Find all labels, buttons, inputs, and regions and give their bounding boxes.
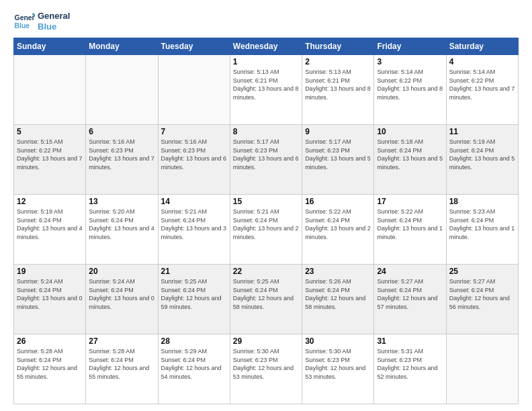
week-row-4: 19Sunrise: 5:24 AM Sunset: 6:24 PM Dayli…: [14, 265, 519, 334]
day-info: Sunrise: 5:26 AM Sunset: 6:24 PM Dayligh…: [305, 277, 371, 311]
calendar-cell: 17Sunrise: 5:22 AM Sunset: 6:24 PM Dayli…: [374, 195, 446, 265]
day-info: Sunrise: 5:27 AM Sunset: 6:24 PM Dayligh…: [377, 277, 443, 311]
day-info: Sunrise: 5:19 AM Sunset: 6:24 PM Dayligh…: [449, 138, 515, 171]
weekday-header-sunday: Sunday: [14, 38, 86, 55]
day-number: 7: [161, 127, 227, 136]
week-row-3: 12Sunrise: 5:19 AM Sunset: 6:24 PM Dayli…: [14, 195, 519, 265]
calendar-cell: 9Sunrise: 5:17 AM Sunset: 6:23 PM Daylig…: [302, 125, 374, 195]
calendar-cell: 5Sunrise: 5:15 AM Sunset: 6:22 PM Daylig…: [14, 125, 86, 195]
week-row-5: 26Sunrise: 5:28 AM Sunset: 6:24 PM Dayli…: [14, 334, 519, 404]
calendar-cell: 19Sunrise: 5:24 AM Sunset: 6:24 PM Dayli…: [14, 265, 86, 334]
day-number: 9: [305, 127, 371, 136]
day-number: 14: [161, 197, 227, 206]
day-number: 8: [233, 127, 299, 136]
day-number: 11: [449, 127, 515, 136]
day-number: 20: [89, 267, 154, 276]
calendar-cell: 31Sunrise: 5:31 AM Sunset: 6:23 PM Dayli…: [374, 334, 446, 404]
day-info: Sunrise: 5:16 AM Sunset: 6:23 PM Dayligh…: [161, 138, 227, 171]
calendar-cell: 8Sunrise: 5:17 AM Sunset: 6:23 PM Daylig…: [230, 125, 302, 195]
day-info: Sunrise: 5:17 AM Sunset: 6:23 PM Dayligh…: [233, 138, 299, 171]
calendar-cell: 25Sunrise: 5:27 AM Sunset: 6:24 PM Dayli…: [446, 265, 518, 334]
calendar-cell: 18Sunrise: 5:23 AM Sunset: 6:24 PM Dayli…: [446, 195, 518, 265]
day-info: Sunrise: 5:31 AM Sunset: 6:23 PM Dayligh…: [377, 347, 443, 381]
day-number: 29: [233, 336, 299, 346]
day-number: 6: [89, 127, 154, 136]
day-number: 19: [17, 267, 83, 276]
day-info: Sunrise: 5:24 AM Sunset: 6:24 PM Dayligh…: [17, 277, 83, 311]
day-info: Sunrise: 5:24 AM Sunset: 6:24 PM Dayligh…: [89, 277, 154, 311]
weekday-header-friday: Friday: [374, 38, 446, 55]
day-info: Sunrise: 5:22 AM Sunset: 6:24 PM Dayligh…: [377, 208, 443, 241]
weekday-header-saturday: Saturday: [446, 38, 518, 55]
day-number: 27: [89, 336, 154, 346]
week-row-2: 5Sunrise: 5:15 AM Sunset: 6:22 PM Daylig…: [14, 125, 519, 195]
svg-text:General: General: [15, 14, 35, 21]
day-number: 22: [233, 267, 299, 276]
day-info: Sunrise: 5:28 AM Sunset: 6:24 PM Dayligh…: [17, 347, 83, 381]
day-info: Sunrise: 5:14 AM Sunset: 6:22 PM Dayligh…: [449, 68, 515, 101]
calendar-cell: 12Sunrise: 5:19 AM Sunset: 6:24 PM Dayli…: [14, 195, 86, 265]
calendar-cell: 28Sunrise: 5:29 AM Sunset: 6:24 PM Dayli…: [158, 334, 230, 404]
calendar-cell: 3Sunrise: 5:14 AM Sunset: 6:22 PM Daylig…: [374, 55, 446, 125]
calendar-cell: 16Sunrise: 5:22 AM Sunset: 6:24 PM Dayli…: [302, 195, 374, 265]
calendar-cell: [86, 55, 158, 125]
day-info: Sunrise: 5:23 AM Sunset: 6:24 PM Dayligh…: [449, 208, 515, 241]
day-info: Sunrise: 5:28 AM Sunset: 6:24 PM Dayligh…: [89, 347, 154, 381]
logo: General Blue General Blue: [13, 11, 70, 32]
logo-text: General Blue: [38, 11, 70, 32]
day-number: 18: [449, 197, 515, 206]
calendar-cell: 22Sunrise: 5:25 AM Sunset: 6:24 PM Dayli…: [230, 265, 302, 334]
calendar-cell: 7Sunrise: 5:16 AM Sunset: 6:23 PM Daylig…: [158, 125, 230, 195]
calendar-cell: [158, 55, 230, 125]
svg-text:Blue: Blue: [15, 22, 30, 30]
day-number: 26: [17, 336, 83, 346]
calendar-cell: 2Sunrise: 5:13 AM Sunset: 6:21 PM Daylig…: [302, 55, 374, 125]
calendar-table: SundayMondayTuesdayWednesdayThursdayFrid…: [13, 38, 519, 404]
day-number: 24: [377, 267, 443, 276]
day-number: 5: [17, 127, 83, 136]
day-info: Sunrise: 5:15 AM Sunset: 6:22 PM Dayligh…: [17, 138, 83, 171]
day-info: Sunrise: 5:30 AM Sunset: 6:23 PM Dayligh…: [305, 347, 371, 381]
day-number: 3: [377, 57, 443, 66]
calendar-cell: 26Sunrise: 5:28 AM Sunset: 6:24 PM Dayli…: [14, 334, 86, 404]
day-info: Sunrise: 5:22 AM Sunset: 6:24 PM Dayligh…: [305, 208, 371, 241]
day-number: 25: [449, 267, 515, 276]
weekday-header-wednesday: Wednesday: [230, 38, 302, 55]
day-number: 1: [233, 57, 299, 66]
calendar-cell: 29Sunrise: 5:30 AM Sunset: 6:23 PM Dayli…: [230, 334, 302, 404]
day-info: Sunrise: 5:18 AM Sunset: 6:24 PM Dayligh…: [377, 138, 443, 171]
day-info: Sunrise: 5:21 AM Sunset: 6:24 PM Dayligh…: [161, 208, 227, 241]
day-info: Sunrise: 5:25 AM Sunset: 6:24 PM Dayligh…: [161, 277, 227, 311]
weekday-header-thursday: Thursday: [302, 38, 374, 55]
calendar-cell: 24Sunrise: 5:27 AM Sunset: 6:24 PM Dayli…: [374, 265, 446, 334]
day-info: Sunrise: 5:14 AM Sunset: 6:22 PM Dayligh…: [377, 68, 443, 101]
day-info: Sunrise: 5:21 AM Sunset: 6:24 PM Dayligh…: [233, 208, 299, 241]
day-number: 17: [377, 197, 443, 206]
calendar-cell: 30Sunrise: 5:30 AM Sunset: 6:23 PM Dayli…: [302, 334, 374, 404]
day-info: Sunrise: 5:19 AM Sunset: 6:24 PM Dayligh…: [17, 208, 83, 241]
calendar-cell: 15Sunrise: 5:21 AM Sunset: 6:24 PM Dayli…: [230, 195, 302, 265]
day-info: Sunrise: 5:30 AM Sunset: 6:23 PM Dayligh…: [233, 347, 299, 381]
calendar-cell: [14, 55, 86, 125]
calendar-cell: 21Sunrise: 5:25 AM Sunset: 6:24 PM Dayli…: [158, 265, 230, 334]
day-info: Sunrise: 5:20 AM Sunset: 6:24 PM Dayligh…: [89, 208, 154, 241]
day-number: 16: [305, 197, 371, 206]
day-info: Sunrise: 5:13 AM Sunset: 6:21 PM Dayligh…: [305, 68, 371, 101]
day-number: 28: [161, 336, 227, 346]
calendar-cell: 13Sunrise: 5:20 AM Sunset: 6:24 PM Dayli…: [86, 195, 158, 265]
day-number: 12: [17, 197, 83, 206]
calendar-cell: 6Sunrise: 5:16 AM Sunset: 6:23 PM Daylig…: [86, 125, 158, 195]
page: General Blue General Blue SundayMondayTu…: [0, 0, 532, 411]
day-number: 31: [377, 336, 443, 346]
day-number: 30: [305, 336, 371, 346]
weekday-header-tuesday: Tuesday: [158, 38, 230, 55]
week-row-1: 1Sunrise: 5:13 AM Sunset: 6:21 PM Daylig…: [14, 55, 519, 125]
day-info: Sunrise: 5:16 AM Sunset: 6:23 PM Dayligh…: [89, 138, 154, 171]
calendar-cell: 27Sunrise: 5:28 AM Sunset: 6:24 PM Dayli…: [86, 334, 158, 404]
weekday-header-monday: Monday: [86, 38, 158, 55]
calendar-cell: [446, 334, 518, 404]
day-number: 21: [161, 267, 227, 276]
day-number: 13: [89, 197, 154, 206]
calendar-cell: 4Sunrise: 5:14 AM Sunset: 6:22 PM Daylig…: [446, 55, 518, 125]
day-number: 2: [305, 57, 371, 66]
